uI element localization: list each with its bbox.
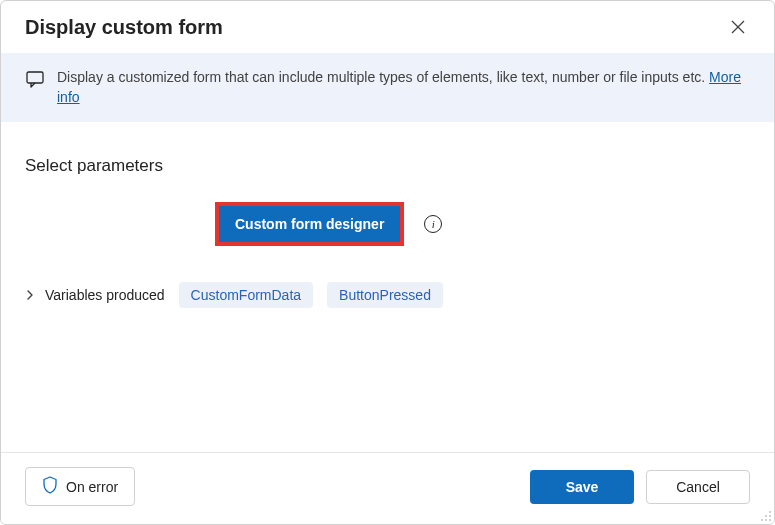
close-icon (731, 20, 745, 34)
shield-icon (42, 476, 58, 497)
info-icon[interactable]: i (424, 215, 442, 233)
dialog-header: Display custom form (1, 1, 774, 53)
variables-produced-toggle[interactable]: Variables produced (25, 287, 165, 303)
dialog-footer: On error Save Cancel (1, 452, 774, 524)
designer-row: Custom form designer i (215, 202, 750, 246)
variable-pill-customformdata[interactable]: CustomFormData (179, 282, 313, 308)
footer-actions: Save Cancel (530, 470, 750, 504)
save-button[interactable]: Save (530, 470, 634, 504)
svg-rect-2 (27, 72, 43, 83)
banner-description: Display a customized form that can inclu… (57, 69, 709, 85)
cancel-button[interactable]: Cancel (646, 470, 750, 504)
close-button[interactable] (726, 15, 750, 39)
dialog-body: Select parameters Custom form designer i… (1, 122, 774, 452)
variables-produced-label: Variables produced (45, 287, 165, 303)
banner-text: Display a customized form that can inclu… (57, 67, 750, 108)
on-error-label: On error (66, 479, 118, 495)
custom-form-designer-button[interactable]: Custom form designer (219, 206, 400, 242)
variable-pill-buttonpressed[interactable]: ButtonPressed (327, 282, 443, 308)
chevron-right-icon (25, 290, 35, 300)
select-parameters-title: Select parameters (25, 156, 750, 176)
comment-icon (25, 69, 45, 92)
display-custom-form-dialog: Display custom form Display a customized… (0, 0, 775, 525)
on-error-button[interactable]: On error (25, 467, 135, 506)
highlight-frame: Custom form designer (215, 202, 404, 246)
variables-produced-row: Variables produced CustomFormData Button… (25, 282, 750, 308)
dialog-title: Display custom form (25, 16, 223, 39)
info-banner: Display a customized form that can inclu… (1, 53, 774, 122)
